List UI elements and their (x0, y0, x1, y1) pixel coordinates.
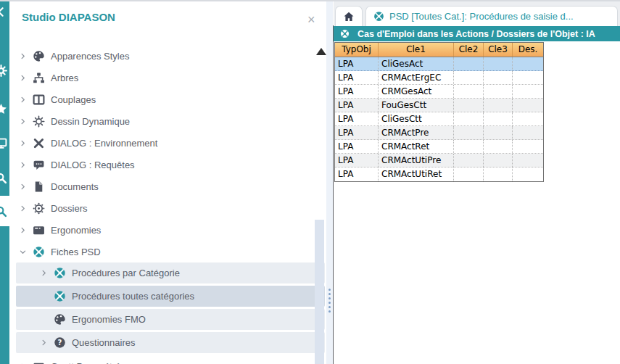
sidebar-item-dessin-dynamique[interactable]: Dessin Dynamique (9, 110, 326, 132)
close-icon[interactable]: × (307, 13, 315, 26)
chevron-right-icon[interactable] (17, 72, 28, 83)
sidebar-item-arbres[interactable]: Arbres (9, 67, 326, 88)
tab-home[interactable] (335, 6, 363, 26)
tab-psd[interactable]: PSD [Toutes Cat.]: Procédures de saisie … (365, 6, 618, 26)
table-cell[interactable] (484, 112, 513, 125)
table-cell[interactable]: LPA (335, 99, 379, 112)
table-row[interactable]: LPAFouGesCtt (335, 99, 543, 112)
table-cell[interactable]: LPA (335, 140, 379, 153)
table-cell[interactable]: CRMActRet (379, 140, 454, 153)
table-cell[interactable]: LPA (335, 154, 379, 167)
table-cell[interactable]: LPA (335, 126, 379, 139)
table-cell[interactable] (454, 140, 484, 153)
column-header-typobj[interactable]: TypObj (335, 43, 379, 57)
table-cell[interactable] (513, 85, 543, 98)
table-cell[interactable]: CRMActErgEC (379, 71, 454, 84)
sidebar-scrollbar-thumb[interactable] (315, 220, 324, 364)
table-cell[interactable] (513, 71, 543, 84)
sidebar-item-ergonomies-fmo[interactable]: Ergonomies FMO (16, 309, 325, 330)
sidebar-item-apparences-styles[interactable]: Apparences Styles (9, 45, 326, 67)
chevron-down-icon[interactable] (17, 246, 28, 257)
table-cell[interactable]: LPA (335, 167, 379, 181)
table-cell[interactable] (454, 71, 484, 84)
table-cell[interactable] (484, 140, 513, 153)
sidebar-item-questionnaires[interactable]: ?Questionnaires (16, 332, 325, 353)
sidebar-item-couplages[interactable]: Couplages (9, 88, 326, 110)
table-cell[interactable] (513, 99, 543, 112)
table-row[interactable]: LPACRMGesAct (335, 85, 543, 99)
table-cell[interactable] (513, 126, 543, 139)
table-row[interactable]: LPACRMActUtiPre (335, 154, 543, 167)
scroll-up-arrow-icon[interactable] (316, 48, 326, 55)
table-cell[interactable]: CliGesAct (379, 57, 454, 70)
table-row[interactable]: LPACRMActPre (335, 126, 543, 140)
table-cell[interactable] (484, 126, 513, 139)
table-cell[interactable]: CliGesCtt (379, 112, 454, 125)
table-cell[interactable] (484, 99, 513, 112)
table-cell[interactable]: CRMActPre (379, 126, 454, 139)
table-row[interactable]: LPACRMActUtiRet (335, 167, 543, 181)
sidebar-item-dialog-environnement[interactable]: DIALOG : Environnement (9, 132, 326, 154)
table-cell[interactable] (454, 85, 484, 98)
table-cell[interactable]: LPA (335, 112, 379, 125)
chevron-right-icon[interactable] (17, 159, 28, 170)
sidebar-item-dossiers[interactable]: Dossiers (9, 197, 326, 219)
sidebar-item-documents[interactable]: Documents (9, 175, 326, 197)
column-header-cle3[interactable]: Cle3 (484, 43, 513, 57)
sidebar-item-procedures-par-categorie[interactable]: Procédures par Catégorie (16, 262, 325, 284)
sidebar-item-dialog-requetes[interactable]: DIALOG : Requêtes (9, 154, 326, 175)
table-cell[interactable]: LPA (335, 71, 379, 84)
table-cell[interactable]: CRMActUtiRet (379, 167, 454, 181)
table-cell[interactable] (454, 126, 484, 139)
table-cell[interactable] (513, 140, 543, 153)
settings-icon[interactable] (0, 65, 9, 82)
table-cell[interactable] (484, 85, 513, 98)
collapse-strip-icon[interactable] (0, 6, 9, 23)
table-cell[interactable]: FouGesCtt (379, 99, 454, 112)
table-cell[interactable] (513, 167, 543, 181)
search-active-icon[interactable] (0, 196, 9, 226)
chevron-right-icon[interactable] (17, 181, 28, 192)
sidebar-item-ergonomies[interactable]: Ergonomies (9, 219, 326, 241)
table-cell[interactable] (454, 112, 484, 125)
chevron-right-icon[interactable] (17, 94, 28, 105)
table-cell[interactable] (513, 57, 543, 70)
table-cell[interactable]: LPA (335, 57, 379, 70)
table-cell[interactable] (513, 112, 543, 125)
sidebar-item-gantt-parametres[interactable]: Gantt Paramétrés (9, 355, 326, 364)
panel-splitter[interactable] (326, 1, 333, 364)
table-cell[interactable] (454, 154, 484, 167)
table-row[interactable]: LPACRMActErgEC (335, 71, 543, 85)
table-cell[interactable] (513, 154, 543, 167)
splitter-grip-icon[interactable] (326, 289, 333, 313)
table-cell[interactable] (484, 167, 513, 181)
table-cell[interactable]: CRMGesAct (379, 85, 454, 98)
chevron-right-icon[interactable] (17, 137, 28, 149)
table-cell[interactable] (484, 57, 513, 70)
table-row[interactable]: LPACliGesCtt (335, 112, 543, 126)
chevron-right-icon[interactable] (17, 360, 28, 364)
table-cell[interactable] (454, 167, 484, 181)
monitor-icon[interactable] (0, 137, 9, 154)
table-cell[interactable] (484, 71, 513, 84)
chevron-right-icon[interactable] (38, 337, 49, 349)
sidebar-item-procedures-toutes-categories[interactable]: Procédures toutes catégories (16, 286, 325, 307)
chevron-right-icon[interactable] (17, 202, 28, 214)
table-cell[interactable]: CRMActUtiPre (379, 154, 454, 167)
table-row[interactable]: LPACRMActRet (335, 140, 543, 154)
table-cell[interactable] (454, 57, 484, 70)
favorites-icon[interactable] (0, 103, 9, 120)
table-cell[interactable] (454, 99, 484, 112)
sidebar-item-fiches-psd[interactable]: Fiches PSD (9, 241, 326, 262)
chevron-right-icon[interactable] (38, 268, 49, 279)
column-header-des[interactable]: Des. (513, 43, 543, 57)
search-icon[interactable] (0, 172, 9, 189)
table-row-selected[interactable]: LPACliGesAct (335, 57, 543, 71)
chevron-right-icon[interactable] (17, 224, 28, 236)
chevron-right-icon[interactable] (17, 50, 28, 62)
column-header-cle1[interactable]: Cle1 (379, 43, 454, 57)
chevron-right-icon[interactable] (17, 115, 28, 127)
table-cell[interactable] (484, 154, 513, 167)
table-cell[interactable]: LPA (335, 85, 379, 98)
column-header-cle2[interactable]: Cle2 (454, 43, 484, 57)
